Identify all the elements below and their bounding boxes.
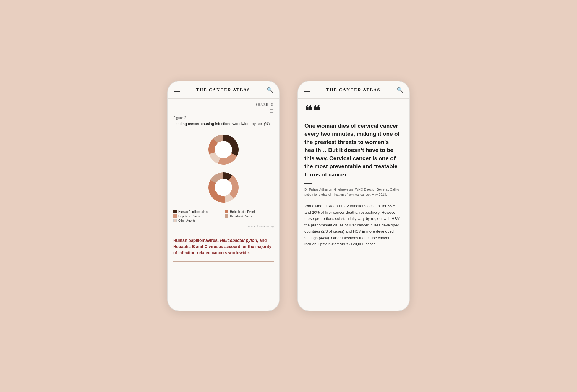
- figure-menu-icon[interactable]: ☰: [270, 108, 274, 114]
- phone1-header: THE CANCER ATLAS 🔍: [168, 81, 279, 99]
- figure-caption: Figure 2 Leading cancer-causing infectio…: [168, 116, 279, 129]
- share-icon[interactable]: ⇪: [270, 102, 274, 107]
- menu-icon-2[interactable]: [304, 88, 310, 92]
- figure-title: Leading cancer-causing infections worldw…: [173, 121, 274, 127]
- share-row: SHARE ⇪: [168, 99, 279, 108]
- legend-item-hepb: Hepatitis B Virus: [173, 214, 222, 218]
- donut-chart-2: [206, 170, 241, 205]
- phone-1: THE CANCER ATLAS 🔍 SHARE ⇪ ☰ Figure 2 Le…: [167, 81, 280, 311]
- app-title-2: THE CANCER ATLAS: [326, 88, 380, 93]
- legend-label-hpv: Human Papillomavirus: [178, 210, 208, 213]
- legend-label-hepc: Hepatitis C Virus: [230, 215, 252, 218]
- app-title-1: THE CANCER ATLAS: [196, 88, 250, 93]
- quote-attribution: Dr Tedros Adhanom Ghebreyesus, WHO Direc…: [304, 187, 403, 197]
- search-icon-2[interactable]: 🔍: [397, 87, 403, 93]
- legend-swatch-hpv: [173, 210, 177, 213]
- phone2-content: ❝❝ One woman dies of cervical cancer eve…: [298, 99, 409, 311]
- legend-label-other: Other Agents: [178, 219, 195, 222]
- figure-menu-row: ☰: [168, 108, 279, 116]
- legend-swatch-other: [173, 219, 177, 222]
- phone2-header: THE CANCER ATLAS 🔍: [298, 81, 409, 99]
- figure-label: Figure 2: [173, 116, 274, 120]
- legend-item-hpv: Human Papillomavirus: [173, 210, 222, 213]
- divider-bottom: [173, 261, 274, 262]
- legend-swatch-hpylori: [225, 210, 228, 213]
- legend-item-hepc: Hepatitis C Virus: [225, 214, 274, 218]
- charts-container: [168, 129, 279, 208]
- legend-swatch-hepc: [225, 214, 228, 218]
- search-icon-1[interactable]: 🔍: [267, 87, 273, 93]
- phone-2: THE CANCER ATLAS 🔍 ❝❝ One woman dies of …: [297, 81, 410, 311]
- legend-item-hpylori: Helicobacter Pylori: [225, 210, 274, 213]
- divider-top: [173, 232, 274, 232]
- svg-point-11: [215, 179, 232, 196]
- quote-dash: [304, 183, 312, 184]
- legend-swatch-hepb: [173, 214, 177, 218]
- phone1-content: SHARE ⇪ ☰ Figure 2 Leading cancer-causin…: [168, 99, 279, 311]
- quote-text: One woman dies of cervical cancer every …: [304, 122, 403, 179]
- share-label: SHARE: [255, 103, 268, 106]
- chart-legend: Human Papillomavirus Helicobacter Pylori…: [168, 208, 279, 224]
- menu-icon[interactable]: [174, 88, 180, 92]
- svg-point-5: [215, 141, 232, 158]
- legend-label-hepb: Hepatitis B Virus: [178, 215, 200, 218]
- legend-item-other: Other Agents: [173, 219, 222, 222]
- quote-open-marks: ❝❝: [304, 105, 403, 117]
- highlighted-text: Human papillomavirus, Helicobacter pylor…: [168, 234, 279, 259]
- chart-source: canceratlas.cancer.org: [168, 224, 279, 229]
- donut-chart-1: [206, 132, 241, 167]
- body-text: Worldwide, HBV and HCV infections accoun…: [304, 203, 403, 247]
- legend-label-hpylori: Helicobacter Pylori: [230, 210, 255, 213]
